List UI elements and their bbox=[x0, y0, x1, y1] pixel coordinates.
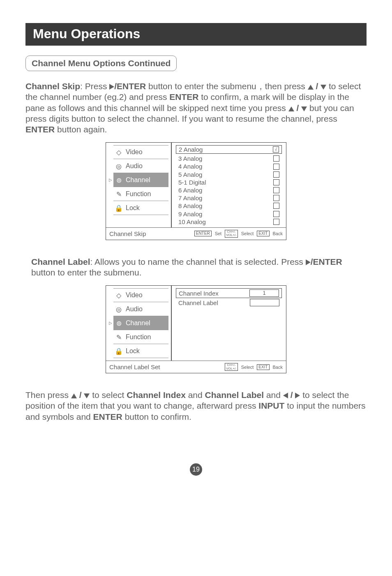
checkbox-icon bbox=[273, 155, 279, 162]
osd-footer: Channel Label Set CH+/-VOL+/- Select EXI… bbox=[106, 361, 286, 373]
footer-title: Channel Skip bbox=[109, 230, 146, 237]
channel-name: 2 Analog bbox=[179, 146, 203, 153]
menu-item-channel[interactable]: ⊚ Channel bbox=[113, 316, 168, 330]
pointer-col: ▷ bbox=[108, 173, 113, 187]
text-sep: / bbox=[294, 103, 302, 113]
paragraph-channel-skip: Channel Skip: Press /ENTER button to ent… bbox=[25, 81, 367, 135]
menu-label: Audio bbox=[126, 305, 143, 313]
pointer-icon: ▷ bbox=[109, 178, 112, 182]
channel-row[interactable]: 10 Analog bbox=[176, 218, 282, 226]
pointer-col bbox=[108, 302, 113, 316]
menu-label: Function bbox=[126, 190, 151, 198]
channel-name: 7 Analog bbox=[178, 194, 202, 202]
menu-row: ✎ Function bbox=[108, 330, 168, 344]
menu-item-lock[interactable]: 🔒 Lock bbox=[113, 201, 168, 215]
pointer-col: ▷ bbox=[108, 316, 113, 330]
menu-label: Lock bbox=[126, 204, 140, 212]
pointer-col bbox=[108, 288, 113, 302]
channel-icon: ⊚ bbox=[114, 319, 123, 328]
menu-item-audio[interactable]: ◎ Audio bbox=[113, 159, 168, 173]
play-right-icon bbox=[306, 259, 311, 265]
pointer-col bbox=[108, 145, 113, 159]
menu-item-audio[interactable]: ◎ Audio bbox=[113, 302, 168, 316]
text-sep: / bbox=[288, 390, 295, 400]
footer-text: Select bbox=[241, 365, 254, 370]
arrow-down-icon bbox=[301, 106, 307, 111]
channel-row[interactable]: 7 Analog bbox=[176, 194, 282, 202]
field-name: Channel Index bbox=[179, 290, 245, 297]
pointer-icon: ▷ bbox=[109, 321, 112, 325]
text-enter: ENTER bbox=[25, 125, 55, 134]
menu-item-video[interactable]: ◇ Video bbox=[113, 288, 168, 302]
channel-row[interactable]: 4 Analog bbox=[176, 162, 282, 170]
channel-row[interactable]: 5-1 Digital bbox=[176, 178, 282, 186]
pointer-col bbox=[108, 344, 113, 358]
label-row-channel-index[interactable]: Channel Index 1 bbox=[176, 288, 282, 298]
osd-main: ◇ Video ◎ Audio ▷ ⊚ Channel bbox=[106, 143, 286, 227]
osd-footer: Channel Skip ENTER Set CH+/-VOL+/- Selec… bbox=[106, 227, 286, 240]
lock-icon: 🔒 bbox=[114, 204, 123, 213]
channel-row-selected[interactable]: 2 Analog √ bbox=[176, 145, 282, 154]
channel-row[interactable]: 9 Analog bbox=[176, 210, 282, 218]
function-icon: ✎ bbox=[114, 190, 123, 199]
menu-row: 🔒 Lock bbox=[108, 201, 168, 215]
channel-name: 4 Analog bbox=[178, 162, 202, 170]
text: Then press bbox=[25, 390, 71, 400]
osd-label-fields: Channel Index 1 Channel Label bbox=[172, 286, 286, 361]
menu-row: ◎ Audio bbox=[108, 302, 168, 316]
channel-row[interactable]: 5 Analog bbox=[176, 171, 282, 178]
osd-main: ◇ Video ◎ Audio ▷ ⊚ Channel bbox=[106, 286, 286, 361]
channel-name: 8 Analog bbox=[178, 202, 202, 210]
footer-text: Select bbox=[241, 231, 254, 236]
menu-item-video[interactable]: ◇ Video bbox=[113, 145, 168, 159]
text-sep: / bbox=[77, 390, 84, 400]
channel-name: 3 Analog bbox=[178, 155, 202, 162]
keycap-exit: EXIT bbox=[257, 364, 269, 370]
text: and bbox=[264, 390, 283, 400]
menu-row: ◇ Video bbox=[108, 145, 168, 159]
menu-row: ✎ Function bbox=[108, 187, 168, 201]
channel-name: 10 Analog bbox=[178, 218, 206, 226]
arrow-up-icon bbox=[288, 106, 294, 111]
osd-channel-label: ◇ Video ◎ Audio ▷ ⊚ Channel bbox=[106, 285, 286, 373]
menu-row: ◎ Audio bbox=[108, 159, 168, 173]
menu-item-channel[interactable]: ⊚ Channel bbox=[113, 173, 168, 187]
menu-row: 🔒 Lock bbox=[108, 344, 168, 358]
menu-label: Channel bbox=[126, 319, 150, 327]
channel-icon: ⊚ bbox=[114, 176, 123, 185]
menu-row: ◇ Video bbox=[108, 288, 168, 302]
lock-icon: 🔒 bbox=[114, 347, 123, 356]
arrow-right-icon bbox=[295, 393, 300, 398]
arrow-up-icon bbox=[308, 85, 314, 90]
footer-title: Channel Label Set bbox=[109, 363, 160, 370]
menu-label: Function bbox=[126, 333, 151, 341]
checkbox-icon bbox=[273, 187, 279, 193]
text: to select bbox=[90, 390, 127, 400]
checkbox-icon bbox=[273, 219, 279, 225]
label-row-channel-label[interactable]: Channel Label bbox=[176, 298, 282, 307]
function-icon: ✎ bbox=[114, 333, 123, 342]
channel-name: 5-1 Digital bbox=[178, 178, 206, 186]
keycap-ch-vol: CH+/-VOL+/- bbox=[225, 230, 238, 238]
channel-row[interactable]: 6 Analog bbox=[176, 186, 282, 194]
page: Menu Operations Channel Menu Options Con… bbox=[0, 0, 392, 492]
channel-row[interactable]: 3 Analog bbox=[176, 155, 282, 162]
checkbox-icon bbox=[273, 164, 279, 170]
menu-label: Channel bbox=[126, 176, 150, 184]
paragraph-then-press: Then press / to select Channel Index and… bbox=[25, 390, 367, 422]
text: : Allows you to name the channel that is… bbox=[90, 257, 306, 266]
checkbox-icon bbox=[273, 203, 279, 209]
menu-label: Video bbox=[126, 291, 143, 299]
menu-item-lock[interactable]: 🔒 Lock bbox=[113, 344, 168, 358]
menu-item-function[interactable]: ✎ Function bbox=[113, 330, 168, 344]
field-name: Channel Label bbox=[178, 299, 246, 306]
paragraph-channel-label: Channel Label: Allows you to name the ch… bbox=[31, 257, 367, 278]
menu-label: Video bbox=[126, 148, 143, 156]
pointer-col bbox=[108, 201, 113, 215]
menu-item-function[interactable]: ✎ Function bbox=[113, 187, 168, 201]
field-value[interactable] bbox=[250, 299, 279, 306]
text-enter: /ENTER bbox=[311, 257, 342, 266]
field-value[interactable]: 1 bbox=[249, 289, 279, 297]
keycap-ch-vol: CH+/-VOL+/- bbox=[225, 363, 238, 371]
channel-row[interactable]: 8 Analog bbox=[176, 202, 282, 210]
